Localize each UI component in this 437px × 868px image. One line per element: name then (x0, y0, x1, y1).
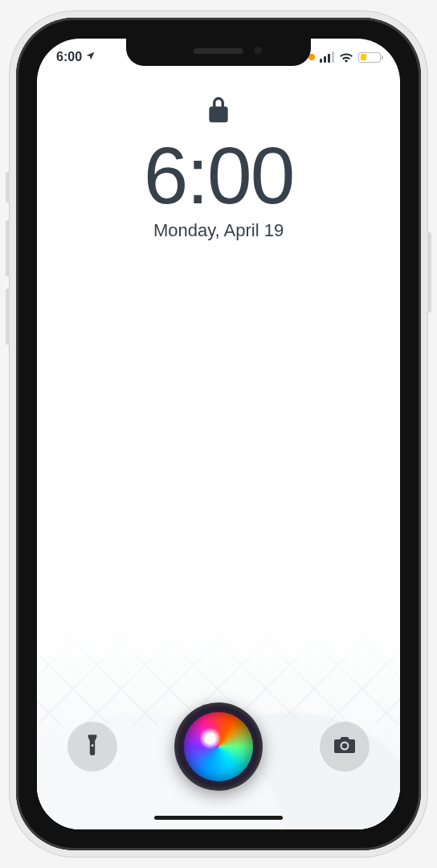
phone-bezel: 6:00 (16, 18, 421, 850)
home-indicator[interactable] (154, 816, 283, 820)
camera-button[interactable] (320, 722, 370, 772)
battery-icon (358, 52, 381, 63)
lock-icon (207, 95, 230, 124)
camera-icon (333, 735, 357, 758)
front-camera (253, 46, 263, 55)
location-services-icon (85, 50, 96, 64)
wifi-icon (339, 52, 353, 63)
siri-button[interactable] (174, 702, 263, 791)
phone-frame: 6:00 (10, 11, 427, 857)
flashlight-button[interactable] (67, 722, 117, 772)
earpiece-speaker (194, 48, 243, 54)
notch (126, 39, 311, 66)
cellular-signal-icon (320, 51, 334, 63)
siri-orb-icon (184, 712, 253, 781)
flashlight-icon (82, 733, 103, 760)
lock-screen-content: 6:00 Monday, April 19 (37, 95, 400, 241)
bottom-controls (37, 702, 400, 791)
side-button[interactable] (427, 232, 431, 313)
ring-switch[interactable] (6, 172, 10, 203)
status-left: 6:00 (56, 50, 96, 64)
lock-date: Monday, April 19 (153, 220, 284, 241)
volume-down-button[interactable] (6, 289, 10, 345)
lock-time: 6:00 (144, 135, 294, 215)
status-time: 6:00 (56, 50, 82, 64)
volume-up-button[interactable] (6, 220, 10, 276)
status-right (308, 51, 381, 63)
screen[interactable]: 6:00 (37, 39, 400, 829)
